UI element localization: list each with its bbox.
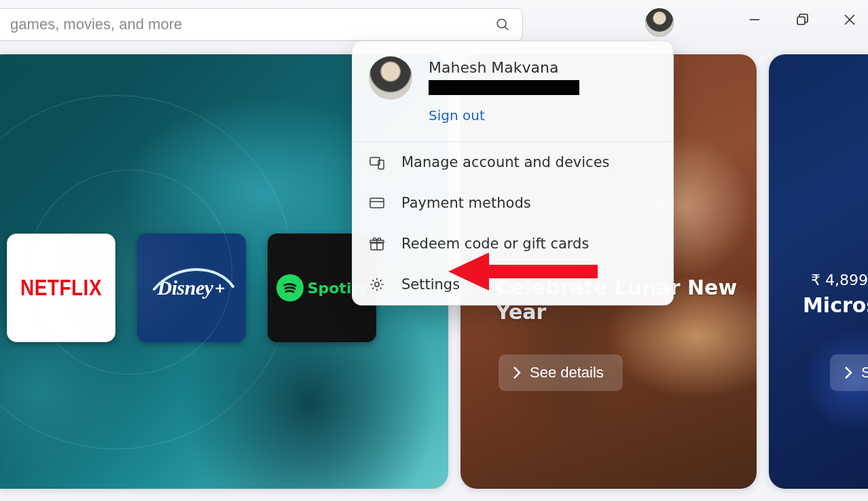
svg-rect-8 [370,198,384,208]
product-name: Microsof [803,293,868,317]
close-icon [844,14,856,26]
menu-label: Settings [401,276,460,293]
spotify-icon [276,274,304,301]
user-display-name: Mahesh Makvana [429,59,579,76]
user-email-redacted [429,80,579,95]
restore-icon [795,13,809,26]
window-minimize-button[interactable] [740,8,769,31]
netflix-logo: NETFLIX [20,275,102,301]
svg-point-0 [497,19,506,28]
menu-label: Redeem code or gift cards [401,236,589,252]
svg-rect-3 [797,17,805,24]
search-box[interactable] [0,8,523,41]
sign-out-link[interactable]: Sign out [429,107,485,124]
disney-word: Disney [158,276,213,299]
promo-card-microsoft[interactable]: ₹ 4,899.00 Microsof See [769,54,868,489]
see-details-label: See details [530,364,604,382]
app-tile-disneyplus[interactable]: Disney + [137,234,246,342]
minimize-icon [748,14,761,26]
menu-item-manage-account[interactable]: Manage account and devices [352,142,673,183]
avatar [645,8,674,37]
window-restore-button[interactable] [788,8,816,31]
see-details-button[interactable]: See details [499,354,623,391]
see-details-button-right[interactable]: See [830,354,868,391]
profile-button[interactable] [645,8,674,37]
gear-icon [369,276,385,293]
flyout-user-block: Mahesh Makvana Sign out [429,56,579,124]
window-close-button[interactable] [835,8,864,31]
menu-label: Manage account and devices [401,154,610,170]
chevron-right-icon [844,366,853,379]
disneyplus-logo: Disney + [147,267,236,308]
svg-point-13 [375,282,379,286]
credit-card-icon [369,195,385,211]
search-input[interactable] [6,16,495,33]
product-price: ₹ 4,899.00 [811,272,868,289]
devices-icon [369,154,385,170]
menu-label: Payment methods [401,195,531,211]
disney-plus-sign: + [215,280,226,296]
svg-line-1 [505,26,508,30]
menu-item-redeem-code[interactable]: Redeem code or gift cards [352,223,673,264]
see-label: See [861,364,868,382]
search-icon [495,17,510,32]
gift-icon [369,236,385,252]
account-flyout: Mahesh Makvana Sign out Manage account a… [352,41,674,305]
menu-item-settings[interactable]: Settings [352,264,673,305]
chevron-right-icon [512,366,522,379]
flyout-header: Mahesh Makvana Sign out [352,41,673,142]
menu-item-payment-methods[interactable]: Payment methods [352,183,673,223]
disney-arc-icon [153,266,234,300]
avatar [369,56,412,100]
featured-app-row: NETFLIX Disney + Spotify [7,234,376,342]
app-tile-netflix[interactable]: NETFLIX [7,234,115,342]
